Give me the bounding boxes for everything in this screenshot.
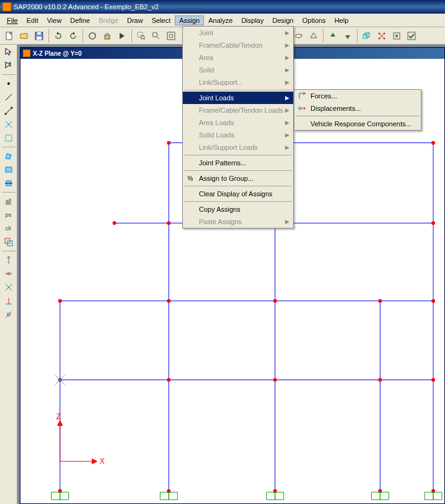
arrow-down-button[interactable]: [341, 29, 355, 43]
draw-point-tool[interactable]: [2, 77, 15, 90]
draw-poly-tool[interactable]: [2, 150, 15, 162]
assign-dropdown: Joint▶ Frame/Cable/Tendon▶ Area▶ Solid▶ …: [182, 26, 294, 228]
menu-joint-patterns[interactable]: Joint Patterns...: [183, 157, 293, 169]
quick-rect-tool[interactable]: [2, 177, 15, 189]
draw-area-tool[interactable]: [2, 132, 15, 144]
rotate-button[interactable]: [292, 29, 306, 43]
reshape-tool[interactable]: [2, 59, 15, 72]
svg-rect-11: [167, 32, 175, 40]
draw-line-tool[interactable]: [2, 91, 15, 103]
window-title: SAP2000 v10.0.2 Advanced - Exemplo_EB2_v…: [14, 3, 159, 11]
svg-line-10: [157, 37, 159, 39]
zoom-area-button[interactable]: [134, 29, 148, 43]
svg-rect-2: [37, 32, 41, 35]
svg-rect-6: [138, 32, 143, 37]
menu-display[interactable]: Display: [237, 15, 268, 25]
menu-solid-loads[interactable]: Solid Loads▶: [183, 129, 293, 141]
intersect-tool[interactable]: [2, 236, 15, 248]
snap-point-tool[interactable]: [2, 254, 15, 266]
canvas-app-icon: [23, 50, 30, 57]
draw-frame-tool[interactable]: [2, 105, 15, 117]
svg-rect-93: [160, 492, 169, 500]
snap-int-tool[interactable]: [2, 281, 15, 293]
axis-z-label: Z: [56, 412, 61, 421]
snap-mid-tool[interactable]: [2, 267, 15, 280]
snap-line-tool[interactable]: [2, 308, 15, 321]
menu-sep: [184, 155, 292, 155]
menu-assign-group[interactable]: %Assign to Group...: [183, 172, 293, 185]
menu-define[interactable]: Define: [66, 15, 94, 25]
run-button[interactable]: [115, 29, 129, 43]
menu-options[interactable]: Options: [298, 15, 330, 25]
menu-joint-loads[interactable]: Joint Loads▶: [183, 92, 293, 104]
save-button[interactable]: [32, 29, 46, 43]
svg-rect-95: [267, 492, 275, 500]
displacements-icon: [297, 103, 307, 113]
pointer-tool[interactable]: [2, 46, 15, 58]
svg-line-38: [6, 108, 12, 114]
draw-rect-tool[interactable]: [2, 163, 15, 176]
svg-point-35: [9, 62, 11, 64]
shrink-button[interactable]: [375, 29, 389, 43]
menu-analyze[interactable]: Analyze: [204, 15, 237, 25]
menu-view[interactable]: View: [43, 15, 66, 25]
svg-rect-94: [169, 492, 177, 500]
undo-button[interactable]: [51, 29, 65, 43]
submenu-forces[interactable]: Forces...: [294, 90, 421, 102]
menu-edit[interactable]: Edit: [22, 15, 43, 25]
menu-joint[interactable]: Joint▶: [183, 27, 293, 39]
open-button[interactable]: [17, 29, 31, 43]
svg-line-8: [144, 38, 145, 40]
redo-button[interactable]: [66, 29, 80, 43]
extrude-button[interactable]: [360, 29, 374, 43]
submenu-displacements[interactable]: Displacements...: [294, 102, 421, 115]
svg-point-9: [152, 32, 157, 37]
menu-copy-assigns[interactable]: Copy Assigns: [183, 203, 293, 215]
refresh-button[interactable]: [86, 29, 99, 43]
svg-rect-5: [105, 35, 110, 39]
svg-rect-91: [51, 492, 60, 500]
menu-clear-display[interactable]: Clear Display of Assigns: [183, 188, 293, 200]
svg-point-39: [4, 113, 6, 115]
menu-frame-cable[interactable]: Frame/Cable/Tendon▶: [183, 39, 293, 51]
submenu-vehicle[interactable]: Vehicle Response Components...: [294, 118, 421, 130]
lock-button[interactable]: [100, 29, 114, 43]
menu-bridge[interactable]: Bridge: [94, 15, 123, 25]
menu-design[interactable]: Design: [268, 15, 297, 25]
menu-area[interactable]: Area▶: [183, 51, 293, 64]
clear-selection-button[interactable]: clr: [2, 222, 15, 235]
svg-rect-96: [275, 492, 284, 500]
svg-point-71: [167, 221, 170, 225]
zoom-prev-button[interactable]: [164, 29, 178, 43]
menu-draw[interactable]: Draw: [123, 15, 148, 25]
arrow-up-button[interactable]: [326, 29, 340, 43]
menu-assign[interactable]: Assign: [175, 15, 204, 25]
menu-paste-assigns[interactable]: Paste Assigns▶: [183, 215, 293, 228]
new-button[interactable]: [2, 29, 16, 43]
menu-link-loads[interactable]: Link/Support Loads▶: [183, 141, 293, 154]
svg-rect-100: [433, 492, 442, 500]
check-button[interactable]: [405, 29, 418, 43]
axis-x-label: X: [100, 457, 105, 466]
menu-link-support[interactable]: Link/Support...▶: [183, 76, 293, 89]
menu-file[interactable]: File: [2, 15, 22, 25]
zoom-extents-button[interactable]: [149, 29, 163, 43]
snap-perp-tool[interactable]: [2, 295, 15, 307]
menu-help[interactable]: Help: [330, 15, 353, 25]
select-all-button[interactable]: all: [2, 195, 15, 207]
menu-area-loads[interactable]: Area Loads▶: [183, 116, 293, 129]
menu-solid[interactable]: Solid▶: [183, 64, 293, 76]
svg-point-80: [167, 378, 170, 382]
menu-sep: [184, 201, 292, 202]
perspective-button[interactable]: [307, 29, 320, 43]
menu-sep: [296, 116, 420, 116]
svg-point-78: [431, 299, 435, 303]
svg-point-33: [395, 35, 398, 37]
draw-braces-tool[interactable]: [2, 118, 15, 131]
menu-frame-loads[interactable]: Frame/Cable/Tendon Loads▶: [183, 104, 293, 116]
svg-point-40: [11, 107, 12, 109]
svg-line-56: [6, 311, 12, 318]
select-prev-button[interactable]: ps: [2, 209, 15, 221]
object-button[interactable]: [390, 29, 403, 43]
menu-select[interactable]: Select: [148, 15, 175, 25]
